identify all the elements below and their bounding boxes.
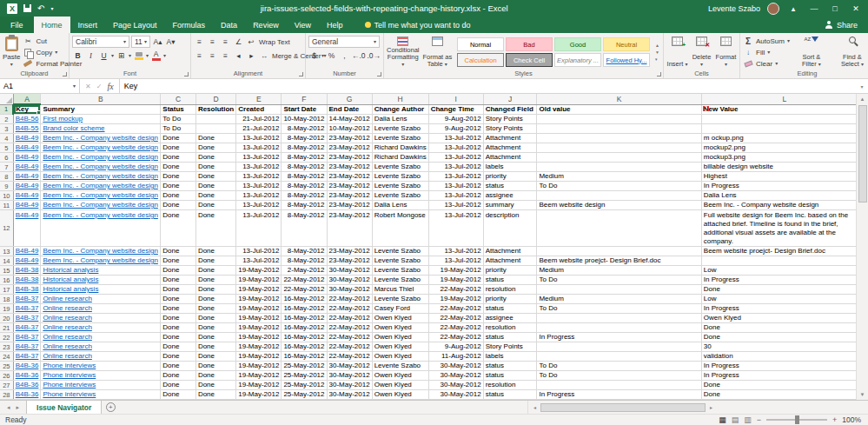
cell-B21[interactable]: Online research bbox=[41, 323, 161, 333]
cell-H14[interactable]: Levente Szabo bbox=[372, 256, 428, 266]
align-top-button[interactable]: ≡ bbox=[194, 37, 205, 48]
cell-J10[interactable]: assignee bbox=[483, 191, 537, 201]
borders-button[interactable]: ⊞ bbox=[116, 50, 127, 62]
row-header-1[interactable]: 1 bbox=[0, 104, 13, 115]
cell-B2[interactable]: First mockup bbox=[41, 115, 161, 124]
ribbon-display-options-icon[interactable]: ▴ bbox=[786, 4, 800, 13]
cell-B27[interactable]: Phone interviews bbox=[41, 381, 161, 390]
row-header-7[interactable]: 7 bbox=[0, 163, 13, 172]
cell-B19[interactable]: Online research bbox=[41, 304, 161, 314]
cell-I4[interactable]: 13-Jul-2012 bbox=[428, 134, 483, 143]
tell-me-box[interactable]: Tell me what you want to do bbox=[365, 17, 471, 33]
col-header-E[interactable]: E bbox=[236, 94, 282, 104]
cell-L19[interactable]: In Progress bbox=[701, 304, 867, 314]
cell-C13[interactable]: Done bbox=[161, 247, 196, 256]
name-box[interactable]: A1 ▾ bbox=[0, 79, 80, 93]
cell-B29[interactable]: Phone interviews bbox=[41, 400, 161, 401]
cell-K7[interactable] bbox=[537, 163, 701, 172]
wrap-text-button[interactable]: ↩Wrap Text bbox=[246, 37, 290, 47]
cell-F16[interactable]: 22-May-2012 bbox=[282, 276, 327, 285]
row-header-11[interactable]: 11 bbox=[0, 201, 13, 210]
cell-K15[interactable]: Medium bbox=[537, 266, 701, 276]
cell-H28[interactable]: Owen Klyed bbox=[372, 390, 428, 400]
cell-I19[interactable]: 22-May-2012 bbox=[428, 304, 483, 314]
cell-L14[interactable] bbox=[701, 256, 867, 266]
cell-G28[interactable]: 30-May-2012 bbox=[327, 390, 372, 400]
cell-D9[interactable]: Done bbox=[195, 182, 235, 191]
cell-E13[interactable]: 13-Jul-2012 bbox=[236, 247, 282, 256]
scroll-left-icon[interactable]: ◂ bbox=[529, 404, 540, 410]
increase-indent-button[interactable]: ▸ bbox=[246, 50, 257, 62]
cell-L29[interactable]: In Progress bbox=[701, 400, 867, 401]
cell-E4[interactable]: 13-Jul-2012 bbox=[236, 134, 282, 143]
cell-B25[interactable]: Phone interviews bbox=[41, 362, 161, 371]
user-avatar[interactable] bbox=[767, 3, 779, 15]
cell-I16[interactable]: 19-May-2012 bbox=[428, 276, 483, 285]
cell-L18[interactable]: Low bbox=[701, 295, 867, 304]
cell-H5[interactable]: Richard Dawkins bbox=[372, 143, 428, 153]
delete-cells-button[interactable]: ✕ Delete ▾ bbox=[691, 35, 712, 70]
font-name-combo[interactable]: Calibri▾ bbox=[72, 36, 129, 48]
cell-L11[interactable]: Beem Inc. - Company website design bbox=[701, 201, 867, 210]
cell-B23[interactable]: Online research bbox=[41, 342, 161, 352]
cell-D29[interactable]: Done bbox=[195, 400, 235, 401]
cell-K12[interactable] bbox=[537, 210, 701, 247]
cell-D15[interactable]: Done bbox=[195, 266, 235, 276]
cell-H24[interactable]: Owen Klyed bbox=[372, 352, 428, 362]
font-color-button[interactable]: A bbox=[150, 50, 162, 62]
fill-handle[interactable] bbox=[36, 110, 40, 114]
cell-K9[interactable]: To Do bbox=[537, 182, 701, 191]
cell-H23[interactable]: Owen Klyed bbox=[372, 342, 428, 352]
cell-C9[interactable]: Done bbox=[161, 182, 196, 191]
cell-C23[interactable]: Done bbox=[161, 342, 196, 352]
cell-K2[interactable] bbox=[537, 115, 701, 124]
col-header-L[interactable]: L bbox=[701, 94, 867, 104]
cell-K8[interactable]: Medium bbox=[537, 172, 701, 182]
cell-C18[interactable]: Done bbox=[161, 295, 196, 304]
cell-A18[interactable]: B4B-37 bbox=[13, 295, 41, 304]
cell-G24[interactable]: 22-May-2012 bbox=[327, 352, 372, 362]
cell-B10[interactable]: Beem Inc. - Company website design bbox=[41, 191, 161, 201]
gallery-more-icon[interactable]: ▾ bbox=[655, 56, 659, 62]
zoom-in-icon[interactable]: + bbox=[832, 415, 837, 424]
cell-F18[interactable]: 16-May-2012 bbox=[282, 295, 327, 304]
cell-F4[interactable]: 8-May-2012 bbox=[282, 134, 327, 143]
comma-style-button[interactable]: , bbox=[339, 50, 350, 62]
cell-G11[interactable]: 23-May-2012 bbox=[327, 201, 372, 210]
cell-F27[interactable]: 25-May-2012 bbox=[282, 381, 327, 390]
cell-H16[interactable]: Levente Szabo bbox=[372, 276, 428, 285]
cell-E25[interactable]: 19-May-2012 bbox=[236, 362, 282, 371]
col-header-D[interactable]: D bbox=[195, 94, 235, 104]
cell-F28[interactable]: 25-May-2012 bbox=[282, 390, 327, 400]
cell-A7[interactable]: B4B-49 bbox=[13, 163, 41, 172]
col-header-B[interactable]: B bbox=[41, 94, 161, 104]
tab-formulas[interactable]: Formulas bbox=[165, 17, 214, 33]
cell-J17[interactable]: resolution bbox=[483, 285, 537, 295]
cell-J2[interactable]: Story Points bbox=[483, 115, 537, 124]
tab-review[interactable]: Review bbox=[245, 17, 287, 33]
row-header-6[interactable]: 6 bbox=[0, 153, 13, 163]
cell-J22[interactable]: status bbox=[483, 333, 537, 342]
cell-I28[interactable]: 30-May-2012 bbox=[428, 390, 483, 400]
cell-B6[interactable]: Beem Inc. - Company website design bbox=[41, 153, 161, 163]
cell-J8[interactable]: priority bbox=[483, 172, 537, 182]
tab-view[interactable]: View bbox=[287, 17, 319, 33]
cell-G20[interactable]: 22-May-2012 bbox=[327, 314, 372, 323]
cell-A10[interactable]: B4B-49 bbox=[13, 191, 41, 201]
col-header-J[interactable]: J bbox=[483, 94, 537, 104]
cell-A24[interactable]: B4B-37 bbox=[13, 352, 41, 362]
zoom-level[interactable]: 100% bbox=[842, 415, 861, 424]
cell-F17[interactable]: 22-May-2012 bbox=[282, 285, 327, 295]
cell-C25[interactable]: Done bbox=[161, 362, 196, 371]
cell-E15[interactable]: 19-May-2012 bbox=[236, 266, 282, 276]
cell-E24[interactable]: 19-May-2012 bbox=[236, 352, 282, 362]
row-header-8[interactable]: 8 bbox=[0, 172, 13, 182]
cell-J14[interactable]: Attachment bbox=[483, 256, 537, 266]
row-header-14[interactable]: 14 bbox=[0, 256, 13, 266]
cell-L25[interactable]: In Progress bbox=[701, 362, 867, 371]
align-right-button[interactable]: ≡ bbox=[220, 50, 231, 62]
cell-J3[interactable]: Story Points bbox=[483, 124, 537, 134]
cell-B24[interactable]: Online research bbox=[41, 352, 161, 362]
cell-E8[interactable]: 13-Jul-2012 bbox=[236, 172, 282, 182]
cell-D5[interactable]: Done bbox=[195, 143, 235, 153]
